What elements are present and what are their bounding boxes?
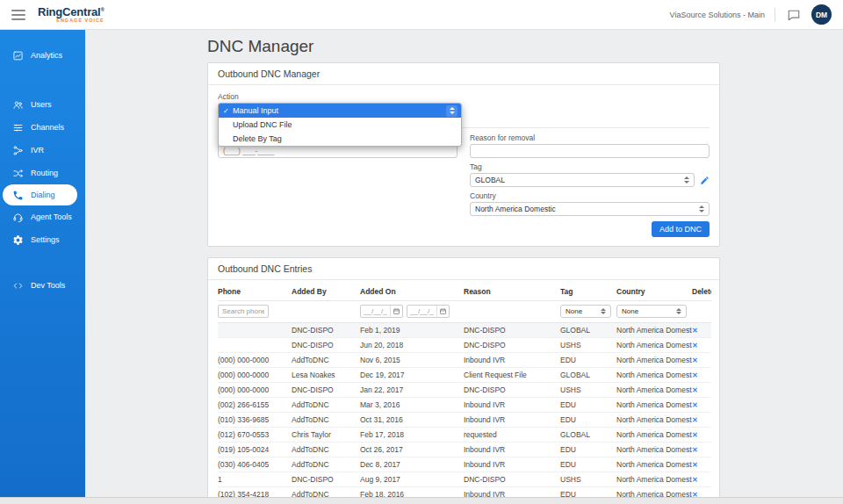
delete-icon[interactable] (692, 476, 698, 484)
sidebar-item-users[interactable]: Users (0, 93, 85, 116)
delete-icon[interactable] (692, 342, 698, 349)
cell-tag: EDU (560, 457, 616, 472)
cell-phone (218, 338, 292, 353)
table-header-row: Phone Added By Added On Reason Tag Count… (218, 282, 711, 301)
cell-tag: GLOBAL (560, 368, 616, 383)
delete-icon[interactable] (692, 327, 698, 335)
horizontal-scrollbar[interactable] (0, 497, 843, 504)
cell-added-by: AddToDNC (292, 353, 360, 368)
cell-added-on: Oct 31, 2016 (360, 413, 464, 428)
cell-reason: Inbound IVR (464, 398, 560, 413)
calendar-icon[interactable] (436, 306, 449, 317)
cell-phone: (000) 000-0000 (218, 368, 292, 383)
date-to-input[interactable] (407, 307, 436, 315)
sidebar-item-settings[interactable]: Settings (0, 228, 85, 251)
cell-added-on: Feb 1, 2019 (360, 323, 464, 338)
select-stepper-icon (446, 105, 458, 117)
stepper-icon (695, 205, 704, 212)
delete-icon[interactable] (692, 401, 698, 409)
country-select[interactable]: North America Domestic (470, 202, 710, 216)
cell-added-by: DNC-DISPO (292, 383, 360, 398)
cell-reason: requested (464, 428, 560, 443)
delete-icon[interactable] (692, 371, 698, 379)
edit-tag-icon[interactable] (700, 176, 710, 185)
settings-icon (12, 234, 24, 246)
cell-country: North America Domestic (616, 428, 692, 443)
country-label: Country (470, 191, 710, 200)
col-added-on: Added On (360, 282, 464, 301)
add-to-dnc-button[interactable]: Add to DNC (652, 221, 710, 237)
cell-country: North America Domestic (616, 457, 692, 472)
sidebar-item-routing[interactable]: Routing (0, 162, 85, 184)
table-row: (012) 670-0553 Chris Taylor Feb 17, 2018… (218, 428, 711, 443)
col-added-by: Added By (292, 282, 360, 301)
sidebar-item-dev-tools[interactable]: Dev Tools (0, 274, 85, 297)
sidebar-item-label: Users (31, 100, 52, 109)
topbar-divider (775, 8, 775, 22)
cell-country: North America Domestic (616, 398, 692, 413)
sidebar-item-label: Routing (31, 169, 58, 177)
tag-filter-select[interactable]: None (560, 305, 611, 318)
cell-country: North America Domestic (616, 323, 692, 338)
menu-item-delete-by-tag[interactable]: Delete By Tag (219, 132, 461, 146)
sidebar-item-channels[interactable]: Channels (0, 116, 85, 139)
sidebar-item-dialing[interactable]: Dialing (3, 184, 77, 205)
cell-country: North America Domestic (616, 353, 692, 368)
cell-phone: 1 (218, 472, 292, 487)
manager-card-title: Outbound DNC Manager (208, 63, 719, 85)
cell-country: North America Domestic (616, 413, 692, 428)
users-icon (12, 99, 24, 111)
delete-icon[interactable] (692, 431, 698, 439)
cell-added-on: Feb 17, 2018 (360, 428, 464, 443)
avatar[interactable]: DM (811, 4, 832, 25)
calendar-icon[interactable] (390, 306, 402, 317)
delete-icon[interactable] (692, 356, 698, 364)
sidebar-item-label: Settings (31, 235, 60, 244)
check-icon: ✓ (223, 107, 233, 115)
tag-select[interactable]: GLOBAL (470, 173, 695, 187)
delete-icon[interactable] (692, 461, 698, 469)
sidebar-item-agent-tools[interactable]: Agent Tools (0, 205, 85, 228)
cell-reason: Client Request File (464, 368, 560, 383)
agent-tools-icon (12, 212, 24, 223)
table-body: DNC-DISPO Feb 1, 2019 DNC-DISPO GLOBAL N… (218, 323, 711, 504)
cell-reason: DNC-DISPO (464, 472, 560, 487)
delete-icon[interactable] (692, 386, 698, 394)
ivr-icon (12, 145, 24, 156)
cell-reason: DNC-DISPO (464, 383, 560, 398)
cell-added-on: Nov 6, 2015 (360, 353, 464, 368)
channels-icon (12, 122, 24, 133)
cell-added-on: Aug 9, 2017 (360, 472, 464, 487)
action-dropdown-menu: ✓ Manual Input Upload DNC File Delete By… (218, 103, 462, 147)
action-select[interactable]: ✓ Manual Input Upload DNC File Delete By… (218, 103, 462, 117)
analytics-icon (12, 50, 24, 61)
cell-tag: EDU (560, 398, 616, 413)
search-phone-input[interactable] (218, 305, 269, 318)
cell-added-on: Jun 20, 2018 (360, 338, 464, 353)
stepper-icon (673, 308, 681, 315)
delete-icon[interactable] (692, 446, 698, 454)
hamburger-menu-icon[interactable] (11, 10, 25, 20)
col-country: Country (616, 282, 692, 301)
col-delete: Delete (692, 282, 711, 301)
date-from-input[interactable] (361, 307, 390, 315)
cell-added-on: Mar 3, 2016 (360, 398, 464, 413)
country-filter-select[interactable]: None (616, 305, 687, 318)
sidebar-item-ivr[interactable]: IVR (0, 139, 85, 162)
topbar: RingCentral® ENGAGE VOICE ViaSource Solu… (0, 0, 843, 30)
cell-reason: Inbound IVR (464, 443, 560, 457)
cell-tag: GLOBAL (560, 323, 616, 338)
menu-item-manual-input[interactable]: ✓ Manual Input (219, 104, 461, 118)
chat-icon[interactable] (785, 7, 803, 23)
cell-country: North America Domestic (616, 383, 692, 398)
reason-input[interactable] (470, 144, 710, 158)
menu-item-upload-dnc-file[interactable]: Upload DNC File (219, 118, 461, 132)
cell-phone: (012) 670-0553 (218, 428, 292, 443)
sidebar: Analytics Users Channels IVR Routing Dia… (0, 30, 85, 504)
brand-logo: RingCentral® ENGAGE VOICE (38, 6, 104, 24)
delete-icon[interactable] (692, 416, 698, 424)
sidebar-item-analytics[interactable]: Analytics (0, 44, 85, 67)
cell-reason: Inbound IVR (464, 413, 560, 428)
table-row: DNC-DISPO Feb 1, 2019 DNC-DISPO GLOBAL N… (218, 323, 711, 338)
cell-reason: DNC-DISPO (464, 338, 560, 353)
